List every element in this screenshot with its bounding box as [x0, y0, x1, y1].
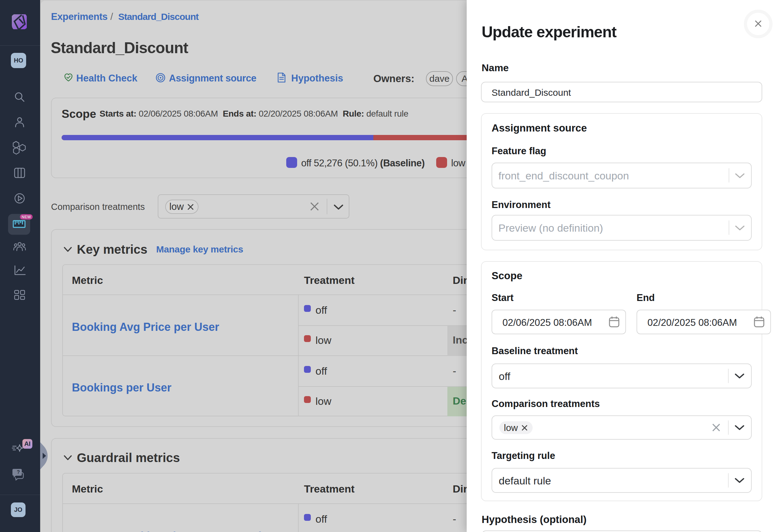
svg-text:?: ? — [17, 470, 20, 475]
